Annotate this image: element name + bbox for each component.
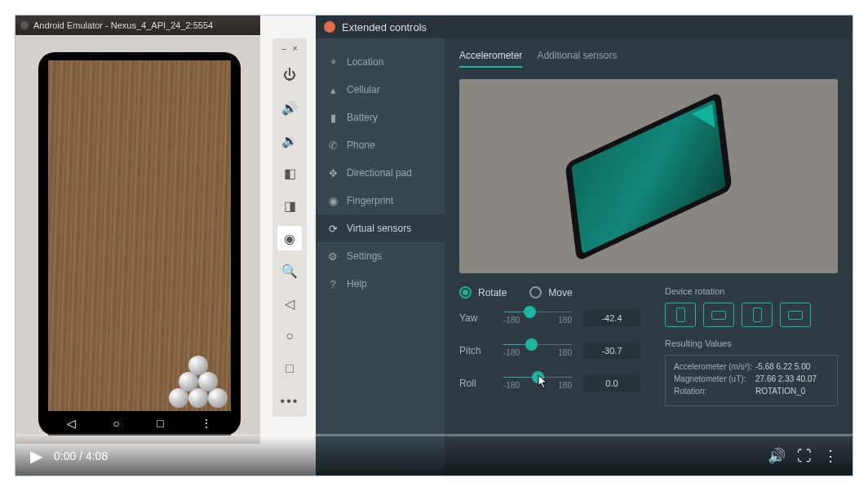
battery-icon: ▮	[327, 112, 339, 124]
sensors-icon: ⟳	[327, 223, 339, 235]
radio-off-icon	[529, 286, 542, 299]
sidebar-item-label: Fingerprint	[347, 195, 393, 206]
rotation-landscape-90[interactable]	[703, 303, 734, 327]
home-toolbar-icon[interactable]: ○	[277, 324, 302, 348]
android-navbar: ◁ ○ □ ⋮	[48, 411, 231, 436]
yaw-slider[interactable]	[503, 312, 572, 312]
cellular-icon: ▴	[327, 84, 339, 96]
roll-slider-thumb[interactable]	[532, 371, 544, 383]
sidebar-item-battery[interactable]: ▮Battery	[316, 104, 445, 131]
volume-down-icon[interactable]: 🔉	[277, 128, 302, 153]
emulator-title: Android Emulator - Nexus_4_API_24_2:5554	[33, 20, 213, 30]
roll-label: Roll	[459, 378, 492, 389]
roll-value[interactable]: 0.0	[583, 375, 640, 391]
dpad-icon: ✥	[327, 167, 339, 179]
recents-toolbar-icon[interactable]: □	[277, 356, 302, 381]
video-controls: ▶ 0:00 / 4:08 🔊 ⛶ ⋮	[16, 436, 852, 476]
tab-accelerometer[interactable]: Accelerometer	[459, 50, 522, 68]
tab-additional-sensors[interactable]: Additional sensors	[537, 50, 617, 68]
rotation-landscape-270[interactable]	[780, 303, 811, 327]
resulting-values: Accelerometer (m/s²):-5.68 6.22 5.00 Mag…	[665, 355, 838, 406]
overflow-icon[interactable]: ⋮	[823, 447, 838, 465]
rotation-portrait-180[interactable]	[742, 303, 773, 327]
sidebar-item-label: Phone	[347, 139, 375, 151]
extended-main: Accelerometer Additional sensors Rotate …	[445, 38, 852, 476]
emulator-titlebar: Android Emulator - Nexus_4_API_24_2:5554	[16, 15, 260, 35]
location-icon: ⌖	[327, 55, 339, 69]
ball	[188, 356, 208, 375]
more-icon[interactable]: •••	[277, 389, 302, 414]
pitch-value[interactable]: -30.7	[583, 343, 640, 359]
extended-controls-window: Extended controls ⌖Location ▴Cellular ▮B…	[316, 15, 852, 476]
yaw-slider-thumb[interactable]	[524, 306, 536, 318]
camera-icon[interactable]: ◉	[277, 226, 302, 250]
mode-rotate[interactable]: Rotate	[459, 286, 507, 299]
sidebar-item-label: Help	[347, 278, 367, 290]
sidebar-item-label: Cellular	[347, 84, 380, 95]
sidebar-item-label: Virtual sensors	[347, 223, 411, 234]
sidebar-item-location[interactable]: ⌖Location	[316, 48, 445, 76]
sidebar-item-label: Directional pad	[347, 167, 412, 179]
minimize-icon[interactable]: –	[281, 44, 286, 53]
device-preview[interactable]	[459, 79, 838, 273]
fingerprint-icon: ◉	[327, 195, 339, 207]
overflow-icon[interactable]: ⋮	[201, 417, 212, 430]
rotate-left-icon[interactable]: ◧	[277, 161, 302, 185]
window-control-dot[interactable]	[20, 21, 29, 29]
power-icon[interactable]: ⏻	[277, 63, 302, 87]
mode-move[interactable]: Move	[529, 286, 572, 299]
emulator-screen[interactable]	[48, 60, 231, 411]
help-icon: ?	[327, 278, 339, 290]
yaw-slider-row: Yaw -180180 -42.4	[459, 310, 640, 326]
sidebar-item-label: Location	[347, 56, 383, 68]
rotate-right-icon[interactable]: ◨	[277, 193, 302, 218]
ball	[208, 388, 228, 408]
sidebar-item-help[interactable]: ?Help	[316, 270, 445, 298]
pitch-slider-row: Pitch -180180 -30.7	[459, 343, 640, 359]
pitch-label: Pitch	[459, 345, 492, 356]
device-rotation-title: Device rotation	[665, 286, 838, 296]
gear-icon: ⚙	[327, 250, 339, 263]
extended-sidebar: ⌖Location ▴Cellular ▮Battery ✆Phone ✥Dir…	[316, 38, 445, 476]
yaw-label: Yaw	[459, 312, 492, 324]
video-time: 0:00 / 4:08	[54, 449, 108, 462]
back-toolbar-icon[interactable]: ◁	[277, 291, 302, 316]
sidebar-item-settings[interactable]: ⚙Settings	[316, 242, 445, 270]
recents-icon[interactable]: □	[157, 417, 163, 430]
video-progress[interactable]	[16, 434, 852, 436]
volume-up-icon[interactable]: 🔊	[277, 95, 302, 120]
device-rotation-buttons	[665, 303, 838, 327]
roll-slider[interactable]	[503, 377, 572, 378]
toolbar-window-controls: – ×	[272, 42, 307, 55]
rotation-portrait-0[interactable]	[665, 303, 696, 327]
sidebar-item-cellular[interactable]: ▴Cellular	[316, 76, 445, 104]
yaw-value[interactable]: -42.4	[583, 310, 640, 326]
extended-controls-title: Extended controls	[342, 21, 427, 33]
sidebar-item-phone[interactable]: ✆Phone	[316, 131, 445, 159]
sidebar-item-fingerprint[interactable]: ◉Fingerprint	[316, 187, 445, 215]
resulting-values-title: Resulting Values	[665, 338, 838, 348]
radio-on-icon	[459, 286, 472, 299]
volume-icon[interactable]: 🔊	[768, 447, 786, 465]
zoom-icon[interactable]: 🔍	[277, 259, 302, 283]
home-icon[interactable]: ○	[113, 417, 119, 430]
phone-3d	[565, 91, 732, 262]
phone-icon: ✆	[327, 139, 339, 152]
sidebar-item-directional-pad[interactable]: ✥Directional pad	[316, 159, 445, 187]
sidebar-item-virtual-sensors[interactable]: ⟳Virtual sensors	[316, 215, 445, 242]
emulator-frame: ◁ ○ □ ⋮	[38, 52, 241, 436]
roll-slider-row: Roll -180180 0.0	[459, 375, 640, 391]
close-icon[interactable]	[324, 21, 335, 33]
tabs: Accelerometer Additional sensors	[459, 50, 838, 68]
emulator-window: Android Emulator - Nexus_4_API_24_2:5554…	[16, 15, 260, 444]
extended-controls-titlebar: Extended controls	[316, 15, 852, 38]
mode-selector: Rotate Move	[459, 286, 640, 299]
fullscreen-icon[interactable]: ⛶	[797, 448, 812, 465]
pitch-slider[interactable]	[503, 344, 572, 345]
ball	[198, 372, 218, 391]
back-icon[interactable]: ◁	[67, 417, 76, 430]
close-icon[interactable]: ×	[293, 44, 298, 53]
play-icon[interactable]: ▶	[30, 446, 42, 466]
sidebar-item-label: Battery	[347, 112, 378, 123]
sidebar-item-label: Settings	[347, 250, 382, 262]
